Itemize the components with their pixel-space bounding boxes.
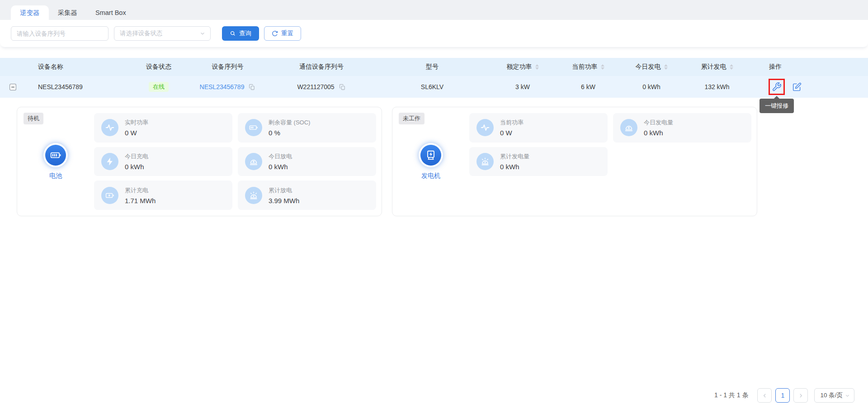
repair-tooltip: 一键报修: [760, 99, 794, 113]
stat-card-total-charge: 累计充电 1.71 MWh: [94, 181, 232, 210]
tab-collector[interactable]: 采集器: [49, 5, 87, 20]
pagination-total: 1 - 1 共 1 条: [714, 391, 748, 399]
battery-panel: 待机 电池 实时功率 0 W: [17, 107, 382, 216]
tab-inverter[interactable]: 逆变器: [11, 5, 49, 20]
stat-label: 实时功率: [125, 119, 148, 127]
stat-label: 累计充电: [125, 186, 156, 195]
edit-button[interactable]: [793, 82, 802, 91]
table-header: 设备名称 设备状态 设备序列号 通信设备序列号 型号 额定功率 当前功率 今日发…: [0, 58, 868, 76]
lamp-bolt-icon: [620, 119, 637, 136]
reset-button-label: 重置: [281, 29, 293, 38]
power-wave-icon: [101, 119, 118, 136]
cell-total-generation: 132 kWh: [683, 83, 751, 90]
lamp-bolt-icon: [245, 153, 262, 170]
reset-button[interactable]: 重置: [264, 26, 301, 41]
cell-device-status: 在线: [129, 82, 188, 92]
stat-card-soc: 剩余容量 (SOC) 0 %: [238, 113, 376, 143]
col-total-generation-label: 累计发电: [701, 63, 726, 71]
next-page-button[interactable]: [793, 388, 808, 403]
tools-icon: [772, 82, 782, 92]
copy-icon[interactable]: [339, 84, 346, 90]
serial-input[interactable]: [11, 26, 108, 41]
refresh-icon: [272, 30, 278, 37]
col-device-status: 设备状态: [129, 63, 188, 71]
tab-bar: 逆变器 采集器 Smart Box: [0, 0, 868, 20]
device-management-page: 逆变器 采集器 Smart Box 请选择设备状态 查询 重置: [0, 0, 868, 409]
generator-stats-grid: 当前功率 0 W 今日发电量 0 kWh: [469, 113, 751, 210]
cell-device-name: NESL23456789: [25, 83, 129, 90]
stat-value: 0 %: [269, 129, 310, 137]
battery-stats-grid: 实时功率 0 W 剩余容量 (SOC) 0 %: [94, 113, 376, 210]
stat-card-today-charge: 今日充电 0 kWh: [94, 147, 232, 176]
stat-label: 累计放电: [269, 186, 299, 195]
col-current-power[interactable]: 当前功率: [557, 63, 620, 71]
prev-page-button[interactable]: [757, 388, 772, 403]
chevron-down-icon: [844, 393, 850, 399]
caret-sort-icon[interactable]: [664, 64, 668, 70]
minus-square-icon[interactable]: [9, 83, 17, 91]
comm-serial-value: W221127005: [297, 83, 334, 90]
chevron-left-icon: [762, 393, 768, 399]
stat-card-today-discharge: 今日放电 0 kWh: [238, 147, 376, 176]
col-device-name: 设备名称: [25, 63, 129, 71]
col-rated-power[interactable]: 额定功率: [489, 63, 557, 71]
stat-card-total-discharge: 累计放电 3.99 MWh: [238, 181, 376, 210]
col-comm-serial: 通信设备序列号: [267, 63, 376, 71]
status-badge: 在线: [149, 82, 169, 92]
status-select-placeholder: 请选择设备状态: [120, 29, 163, 38]
stat-value: 0 kWh: [644, 129, 673, 137]
cell-current-power: 6 kW: [557, 83, 620, 90]
bolt-icon: [101, 153, 118, 170]
row-expanded-detail: 待机 电池 实时功率 0 W: [0, 98, 868, 216]
battery-device-label: 电池: [49, 172, 62, 180]
cell-rated-power: 3 kW: [489, 83, 557, 90]
col-total-generation[interactable]: 累计发电: [683, 63, 751, 71]
col-current-power-label: 当前功率: [572, 63, 598, 71]
stat-value: 1.71 MWh: [125, 197, 156, 204]
generator-icon: [419, 143, 443, 167]
cell-device-serial: NESL23456789: [188, 83, 267, 90]
stat-label: 今日放电: [269, 152, 292, 161]
stat-label: 今日充电: [125, 152, 148, 161]
cell-comm-serial: W221127005: [267, 83, 376, 90]
stat-value: 0 kWh: [125, 163, 148, 171]
caret-sort-icon[interactable]: [601, 64, 604, 70]
filter-bar: 请选择设备状态 查询 重置: [0, 20, 868, 47]
generator-status-badge: 未工作: [399, 113, 425, 124]
chevron-down-icon: [199, 30, 206, 37]
siren-bolt-icon: [245, 187, 262, 204]
device-table: 设备名称 设备状态 设备序列号 通信设备序列号 型号 额定功率 当前功率 今日发…: [0, 58, 868, 98]
battery-bolt-icon: [101, 187, 118, 204]
stat-value: 0 W: [125, 129, 148, 137]
copy-icon[interactable]: [249, 84, 255, 90]
cell-actions: 一键报修: [751, 79, 868, 95]
battery-icon: [43, 143, 68, 167]
caret-sort-icon[interactable]: [730, 64, 733, 70]
stat-value: 3.99 MWh: [269, 197, 299, 204]
col-actions: 操作: [751, 63, 868, 71]
tab-smartbox[interactable]: Smart Box: [86, 5, 135, 20]
power-wave-icon: [476, 119, 494, 136]
query-button[interactable]: 查询: [222, 26, 259, 41]
battery-level-icon: [245, 119, 262, 136]
col-model: 型号: [376, 63, 489, 71]
col-device-serial: 设备序列号: [188, 63, 267, 71]
stat-card-total-gen: 累计发电量 0 kWh: [469, 147, 608, 176]
generator-panel: 未工作 发电机 当前功率 0 W: [392, 107, 757, 216]
stat-card-today-gen: 今日发电量 0 kWh: [613, 113, 751, 143]
query-button-label: 查询: [239, 29, 251, 38]
stat-value: 0 kWh: [500, 163, 529, 171]
cell-model: SL6KLV: [376, 83, 489, 90]
page-size-value: 10 条/页: [820, 391, 843, 399]
col-today-generation[interactable]: 今日发电: [620, 63, 683, 71]
stat-card-current-power: 当前功率 0 W: [469, 113, 608, 143]
status-select[interactable]: 请选择设备状态: [114, 26, 211, 41]
page-size-select[interactable]: 10 条/页: [814, 388, 854, 403]
table-row: NESL23456789 在线 NESL23456789 W221127005 …: [0, 76, 868, 98]
stat-value: 0 W: [500, 129, 524, 137]
stat-label: 当前功率: [500, 119, 524, 127]
repair-button[interactable]: 一键报修: [769, 79, 784, 95]
serial-link[interactable]: NESL23456789: [200, 83, 245, 90]
caret-sort-icon[interactable]: [535, 64, 539, 70]
page-number-button[interactable]: 1: [775, 388, 790, 403]
